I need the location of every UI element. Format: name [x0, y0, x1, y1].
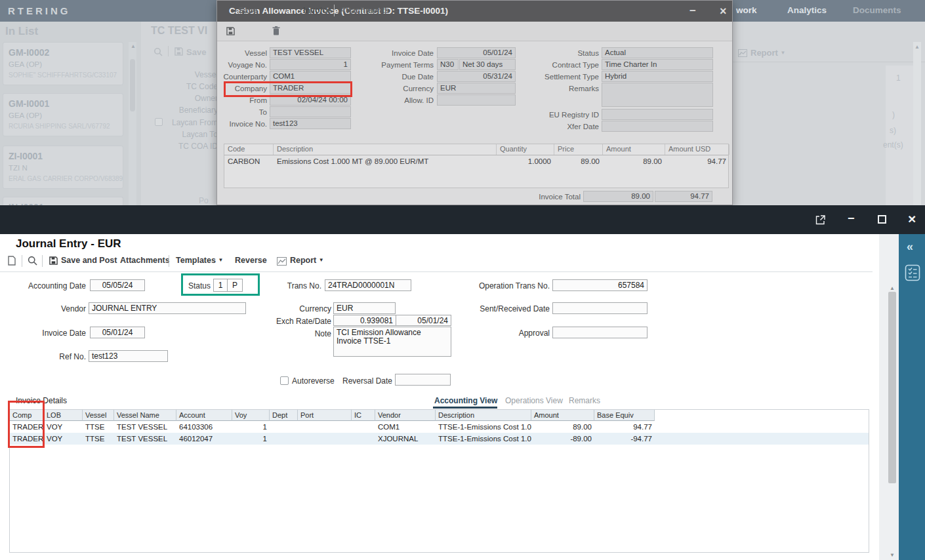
tc-save-button[interactable]: Save: [186, 47, 206, 57]
operation-trans-no-label: Operation Trans No.: [459, 281, 550, 290]
nav-item-documents[interactable]: Documents: [853, 5, 901, 15]
eu-registry-id-field[interactable]: [602, 109, 713, 120]
trans-no-field[interactable]: 24TRAD0000001N: [325, 279, 411, 291]
chartering-nav-title: RTERING: [8, 5, 71, 16]
cell-voy: 1: [232, 421, 270, 433]
journal-scrollbar-thumb[interactable]: [888, 292, 896, 483]
text-fragment: s): [890, 126, 896, 135]
xfer-date-field[interactable]: [602, 121, 713, 132]
popout-icon[interactable]: [815, 215, 825, 225]
status-field[interactable]: Actual: [602, 47, 713, 58]
settlement-type-field[interactable]: Hybrid: [602, 71, 713, 82]
templates-dropdown[interactable]: Templates ▼: [176, 256, 223, 265]
checklist-panel-icon[interactable]: [905, 264, 920, 281]
report-dropdown[interactable]: Report ▼: [750, 48, 785, 58]
invoice-no-field[interactable]: test123: [270, 118, 351, 129]
reversal-date-field[interactable]: [395, 374, 451, 386]
table-row[interactable]: TRADER VOY TTSE TEST VESSEL 64103306 1 C…: [10, 421, 869, 433]
invoice-date-label: Invoice Date: [375, 49, 434, 57]
operation-trans-no-field[interactable]: 657584: [552, 279, 648, 291]
approval-field[interactable]: [552, 327, 648, 338]
laycan-from-checkbox[interactable]: [155, 118, 163, 126]
col-account: Account: [176, 410, 232, 421]
tab-invoice[interactable]: Invoice: [303, 6, 331, 15]
trash-icon[interactable]: [272, 26, 280, 35]
counterparty-field[interactable]: COM1: [270, 71, 351, 82]
sent-received-date-field[interactable]: [552, 302, 648, 314]
tab-operations-view[interactable]: Operations View: [505, 396, 563, 405]
cell-port: [298, 421, 352, 433]
vessel-label: Vessel: [218, 49, 267, 57]
scroll-up-icon[interactable]: ▲: [915, 45, 920, 50]
tc-label-tc-coa-id: TC COA ID: [155, 142, 218, 151]
invoice-date-field[interactable]: 05/01/24: [90, 327, 145, 338]
note-label: Note: [249, 329, 331, 338]
due-date-field[interactable]: 05/31/24: [437, 71, 516, 82]
to-field[interactable]: [270, 106, 351, 117]
allow-id-field[interactable]: [437, 94, 516, 106]
autoreverse-checkbox[interactable]: [280, 376, 289, 385]
tc-label-vessel: Vessel: [155, 70, 218, 79]
save-and-post-button[interactable]: Save and Post: [61, 256, 117, 265]
nav-item-analytics[interactable]: Analytics: [787, 5, 827, 15]
exch-rate-field[interactable]: 0.939081: [333, 315, 396, 326]
reverse-button[interactable]: Reverse: [235, 256, 267, 265]
list-scrollbar-thumb[interactable]: [130, 59, 135, 111]
scroll-up-icon[interactable]: ▲: [890, 286, 895, 291]
vendor-label: Vendor: [0, 304, 86, 313]
items-table-row[interactable]: CARBON Emissions Cost 1.000 MT @ 89.000 …: [224, 155, 728, 169]
col-vessel-name: Vessel Name: [114, 410, 176, 421]
cell-lob: VOY: [44, 433, 83, 445]
col-vessel: Vessel: [83, 410, 114, 421]
card-subtitle: GEA (OP): [9, 111, 117, 119]
payment-terms-label: Payment Terms: [375, 61, 434, 69]
list-item[interactable]: ZI-I0001 TZI N ERAL GAS CARRIER CORPO/V6…: [3, 146, 123, 189]
journal-titlebar[interactable]: [0, 205, 925, 234]
exch-date-field[interactable]: 05/01/24: [396, 315, 451, 326]
new-document-icon[interactable]: [8, 256, 16, 266]
close-icon[interactable]: ×: [908, 211, 916, 227]
nav-item-network[interactable]: work: [736, 5, 757, 15]
save-icon[interactable]: [175, 47, 183, 56]
minimize-icon[interactable]: −: [848, 212, 855, 226]
list-item[interactable]: GM-I0001 GEA (OP) RCURIA SHIPPING SARL/V…: [3, 93, 123, 136]
vessel-field[interactable]: TEST VESSEL: [270, 47, 351, 58]
search-icon[interactable]: [154, 47, 163, 56]
payment-terms-code-field[interactable]: N30: [437, 59, 459, 70]
currency-field[interactable]: EUR: [437, 83, 516, 94]
cell-base-equiv: 94.77: [594, 421, 655, 433]
save-button[interactable]: Save: [238, 6, 257, 15]
invoice-date-field[interactable]: 05/01/24: [437, 47, 516, 58]
report-label: Report: [290, 256, 316, 265]
tab-remarks[interactable]: Remarks: [569, 396, 600, 405]
attachments-button[interactable]: Attachments: [120, 256, 170, 265]
report-dropdown[interactable]: Report ▼: [290, 256, 324, 265]
status-label: Status: [532, 49, 599, 57]
vendor-field[interactable]: JOURNAL ENTRY: [89, 302, 246, 314]
accounting-date-field[interactable]: 05/05/24: [90, 279, 145, 291]
remarks-field[interactable]: [602, 83, 713, 107]
collapse-panel-icon[interactable]: «: [907, 240, 913, 254]
save-icon[interactable]: [226, 27, 235, 35]
tab-accounting-view[interactable]: Accounting View: [434, 396, 497, 405]
maximize-icon[interactable]: [878, 215, 886, 224]
scroll-down-icon[interactable]: ▼: [890, 553, 895, 558]
payment-terms-field[interactable]: Net 30 days: [459, 59, 516, 70]
background-scrollbar[interactable]: [913, 42, 921, 205]
col-amount-usd: Amount USD: [665, 144, 730, 155]
voyage-no-field[interactable]: 1: [270, 59, 351, 70]
search-icon[interactable]: [28, 256, 37, 266]
close-icon[interactable]: ×: [720, 5, 727, 18]
cell-vendor: COM1: [375, 421, 436, 433]
note-field[interactable]: TCI Emission Allowance Invoice TTSE-1: [333, 327, 451, 357]
list-item[interactable]: GM-I0002 GEA (OP) SOPHIE" SCHIFFFAHRTSG/…: [3, 42, 123, 85]
tab-attachments[interactable]: Attachments: [340, 6, 390, 15]
currency-field[interactable]: EUR: [333, 302, 396, 314]
minimize-icon[interactable]: −: [689, 5, 696, 18]
report-chart-icon: [277, 257, 287, 266]
chevron-down-icon: ▼: [319, 257, 324, 263]
contract-type-field[interactable]: Time Charter In: [602, 59, 713, 70]
table-row[interactable]: TRADER VOY TTSE TEST VESSEL 46012047 1 X…: [10, 433, 869, 445]
ref-no-field[interactable]: test123: [89, 350, 168, 362]
scroll-up-icon[interactable]: ▲: [131, 44, 136, 49]
